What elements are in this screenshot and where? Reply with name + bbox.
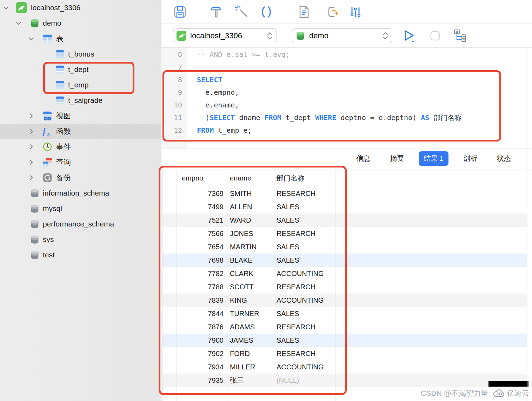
sidebar-item-事件[interactable]: 事件 [0, 139, 161, 155]
sidebar-item-函数[interactable]: fx函数 [0, 124, 161, 139]
cell-empno[interactable]: 7934 [177, 360, 224, 374]
analyze-icon[interactable] [348, 4, 363, 20]
cell-dept[interactable]: RESEARCH [277, 347, 315, 360]
cell-dept[interactable]: ACCOUNTING [277, 360, 324, 374]
sidebar-item-t_salgrade[interactable]: t_salgrade [0, 93, 161, 108]
cell-dept[interactable]: SALES [277, 334, 299, 347]
cell-ename[interactable]: BLAKE [230, 254, 252, 267]
sidebar-item-demo[interactable]: demo [0, 15, 161, 31]
sidebar-item-mysql[interactable]: mysql [0, 201, 161, 216]
save-icon[interactable] [172, 4, 188, 20]
cell-ename[interactable]: TURNER [230, 307, 259, 320]
sql-editor[interactable]: 6-- AND e.sal >= t.avg;78SELECT9 e.empno… [162, 48, 532, 149]
cell-empno[interactable]: 7839 [177, 294, 224, 307]
sidebar-item-information_schema[interactable]: information_schema [0, 185, 161, 201]
cell-ename[interactable]: FORD [230, 347, 250, 360]
sidebar-item-t_bonus[interactable]: t_bonus [0, 46, 161, 62]
cell-dept[interactable]: SALES [277, 240, 299, 254]
result-tab-摘要[interactable]: 摘要 [385, 151, 409, 166]
cell-dept[interactable]: SALES [277, 254, 299, 267]
cell-dept[interactable]: RESEARCH [277, 227, 315, 240]
result-tab-状态[interactable]: 状态 [492, 151, 516, 166]
sidebar-item-t_emp[interactable]: t_emp [0, 77, 161, 93]
cell-empno[interactable]: 7902 [177, 347, 224, 360]
chevron-down-icon[interactable] [2, 4, 10, 12]
cell-empno[interactable]: 7900 [177, 334, 224, 347]
chevron-right-icon[interactable] [27, 174, 35, 182]
cell-dept[interactable]: ACCOUNTING [277, 294, 324, 307]
editor-line[interactable]: 8SELECT [162, 73, 532, 86]
chevron-right-icon[interactable] [27, 143, 35, 151]
sidebar-item-performance_schema[interactable]: performance_schema [0, 216, 161, 232]
parentheses-icon[interactable] [259, 4, 274, 20]
run-query-button[interactable] [401, 28, 417, 44]
sidebar-item-查询[interactable]: 查询 [0, 155, 161, 170]
cell-dept[interactable]: RESEARCH [277, 187, 315, 200]
chevron-right-icon[interactable] [27, 127, 35, 135]
cell-empno[interactable]: 7788 [177, 280, 224, 294]
sidebar-item-表[interactable]: 表 [0, 31, 161, 46]
sidebar-item-视图[interactable]: 视图 [0, 108, 161, 124]
column-header-部门名称[interactable]: 部门名称 [277, 170, 305, 187]
sidebar-item-sys[interactable]: sys [0, 232, 161, 247]
editor-line[interactable]: 6-- AND e.sal >= t.avg; [162, 48, 532, 61]
text-document-icon[interactable] [296, 4, 312, 20]
chevron-right-icon[interactable] [27, 112, 35, 120]
cell-empno[interactable]: 7844 [177, 307, 224, 320]
cell-ename[interactable]: SCOTT [230, 280, 254, 294]
cell-empno[interactable]: 7935 [177, 374, 224, 387]
explain-plan-button[interactable] [453, 29, 467, 43]
cell-ename[interactable]: MARTIN [230, 240, 257, 254]
cell-dept[interactable]: SALES [277, 200, 299, 213]
cell-ename[interactable]: WARD [230, 213, 251, 227]
editor-line[interactable]: 9 e.empno, [162, 86, 532, 99]
export-result-icon[interactable] [326, 4, 341, 20]
chevron-right-icon[interactable] [27, 158, 35, 166]
cell-ename[interactable]: 张三 [230, 374, 244, 387]
cell-empno[interactable]: 7654 [177, 240, 224, 254]
stop-checkbox[interactable] [430, 31, 440, 41]
beautify-icon[interactable] [234, 4, 250, 20]
cell-dept[interactable]: SALES [277, 213, 299, 227]
sidebar-item-localhost_3306[interactable]: localhost_3306 [0, 0, 161, 15]
updown-chevron-icon [266, 31, 274, 41]
cell-ename[interactable]: JAMES [230, 334, 253, 347]
connection-select[interactable]: localhost_3306 [173, 28, 277, 43]
editor-line[interactable]: 12FROM t_emp e; [162, 124, 532, 137]
editor-line[interactable]: 7 [162, 61, 532, 73]
cell-empno[interactable]: 7698 [177, 254, 224, 267]
sidebar-item-test[interactable]: test [0, 247, 161, 263]
cell-dept[interactable]: (NULL) [277, 374, 299, 387]
database-select[interactable]: demo [292, 28, 392, 43]
cell-ename[interactable]: MILLER [230, 360, 255, 374]
editor-line[interactable]: 10 e.ename, [162, 99, 532, 111]
column-header-ename[interactable]: ename [230, 170, 251, 187]
cell-dept[interactable]: RESEARCH [277, 280, 315, 294]
cell-empno[interactable]: 7566 [177, 227, 224, 240]
result-grid[interactable]: empnoename部门名称7369SMITHRESEARCH7499ALLEN… [162, 169, 532, 401]
sidebar-item-备份[interactable]: 备份 [0, 170, 161, 185]
cell-empno[interactable]: 7369 [177, 187, 224, 200]
chevron-down-icon[interactable] [27, 35, 35, 42]
cell-ename[interactable]: ALLEN [230, 200, 252, 213]
chevron-down-icon[interactable] [15, 19, 22, 27]
result-tab-剖析[interactable]: 剖析 [458, 151, 482, 166]
cell-dept[interactable]: ACCOUNTING [277, 267, 324, 280]
cell-empno[interactable]: 7521 [177, 213, 224, 227]
cell-ename[interactable]: KING [230, 294, 247, 307]
cell-ename[interactable]: ADAMS [230, 320, 255, 334]
cell-ename[interactable]: SMITH [230, 187, 252, 200]
cell-dept[interactable]: SALES [277, 307, 299, 320]
editor-line[interactable]: 11 (SELECT dname FROM t_dept WHERE deptn… [162, 111, 532, 124]
column-header-empno[interactable]: empno [182, 170, 203, 187]
cell-empno[interactable]: 7876 [177, 320, 224, 334]
cell-empno[interactable]: 7782 [177, 267, 224, 280]
cell-empno[interactable]: 7499 [177, 200, 224, 213]
format-sql-icon[interactable] [208, 4, 224, 20]
cell-ename[interactable]: CLARK [230, 267, 253, 280]
result-tab-结果 1[interactable]: 结果 1 [419, 151, 448, 166]
cell-dept[interactable]: RESEARCH [277, 320, 315, 334]
result-tab-信息[interactable]: 信息 [351, 151, 375, 166]
cell-ename[interactable]: JONES [230, 227, 253, 240]
sidebar-item-t_dept[interactable]: t_dept [0, 62, 161, 77]
